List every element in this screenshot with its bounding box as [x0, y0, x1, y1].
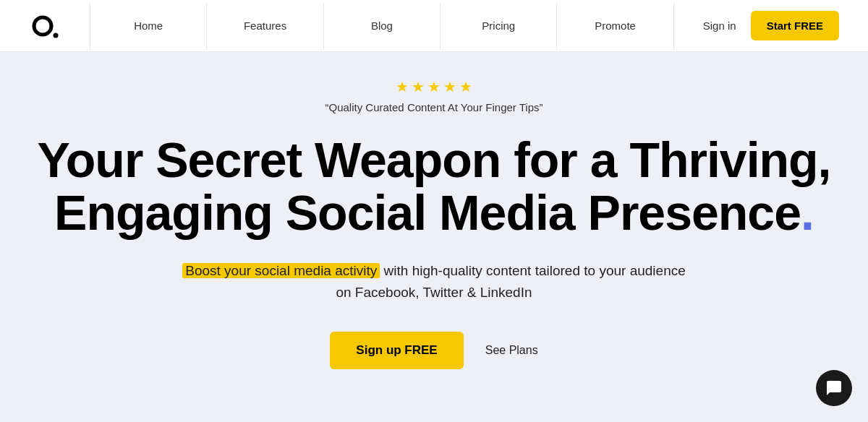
logo[interactable]: [29, 10, 61, 42]
svg-point-1: [54, 33, 59, 38]
chat-bubble-button[interactable]: [816, 370, 852, 406]
nav-actions: Sign in Start FREE: [703, 11, 839, 40]
sign-in-button[interactable]: Sign in: [703, 20, 736, 32]
star-rating: ★ ★ ★ ★ ★: [396, 78, 472, 95]
heading-dot: .: [801, 185, 814, 240]
subtitle: Boost your social media activity with hi…: [181, 260, 687, 304]
nav-item-features[interactable]: Features: [207, 2, 323, 49]
hero-heading-line2: Engaging Social Media Presence: [54, 185, 801, 240]
star-2: ★: [412, 78, 425, 95]
hero-heading: Your Secret Weapon for a Thriving, Engag…: [38, 134, 831, 240]
star-3: ★: [427, 78, 441, 95]
subtitle-highlight: Boost your social media activity: [182, 263, 380, 278]
nav-item-promote[interactable]: Promote: [557, 2, 673, 49]
header: Home Features Blog Pricing Promote Sign …: [0, 0, 868, 52]
svg-point-0: [34, 17, 51, 35]
nav: Home Features Blog Pricing Promote: [90, 2, 674, 49]
nav-item-home[interactable]: Home: [90, 2, 207, 49]
chat-icon: [825, 379, 843, 397]
signup-button[interactable]: Sign up FREE: [330, 332, 463, 369]
start-free-button[interactable]: Start FREE: [751, 11, 839, 40]
star-1: ★: [396, 78, 409, 95]
nav-item-blog[interactable]: Blog: [324, 2, 441, 49]
quote-text: “Quality Curated Content At Your Finger …: [326, 101, 543, 113]
star-4: ★: [443, 78, 456, 95]
star-5: ★: [459, 78, 472, 95]
subtitle-rest: with high-quality content tailored to yo…: [336, 263, 685, 300]
hero-section: ★ ★ ★ ★ ★ “Quality Curated Content At Yo…: [0, 52, 868, 422]
hero-heading-line1: Your Secret Weapon for a Thriving,: [38, 132, 831, 187]
nav-item-pricing[interactable]: Pricing: [441, 2, 557, 49]
cta-row: Sign up FREE See Plans: [330, 332, 537, 369]
see-plans-link[interactable]: See Plans: [485, 344, 538, 357]
